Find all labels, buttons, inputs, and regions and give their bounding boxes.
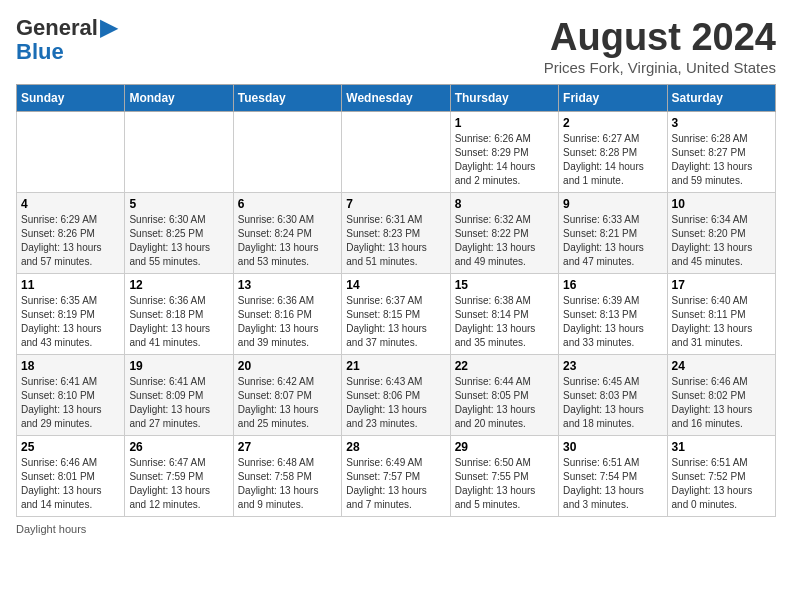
day-number: 23: [563, 359, 662, 373]
day-number: 31: [672, 440, 771, 454]
day-info: Sunrise: 6:49 AMSunset: 7:57 PMDaylight:…: [346, 456, 445, 512]
day-info: Sunrise: 6:43 AMSunset: 8:06 PMDaylight:…: [346, 375, 445, 431]
calendar-cell: 1Sunrise: 6:26 AMSunset: 8:29 PMDaylight…: [450, 112, 558, 193]
day-number: 25: [21, 440, 120, 454]
day-info: Sunrise: 6:51 AMSunset: 7:54 PMDaylight:…: [563, 456, 662, 512]
day-number: 1: [455, 116, 554, 130]
day-number: 4: [21, 197, 120, 211]
day-number: 21: [346, 359, 445, 373]
day-number: 15: [455, 278, 554, 292]
day-info: Sunrise: 6:46 AMSunset: 8:01 PMDaylight:…: [21, 456, 120, 512]
day-number: 19: [129, 359, 228, 373]
day-info: Sunrise: 6:40 AMSunset: 8:11 PMDaylight:…: [672, 294, 771, 350]
day-number: 26: [129, 440, 228, 454]
day-info: Sunrise: 6:36 AMSunset: 8:16 PMDaylight:…: [238, 294, 337, 350]
day-header-monday: Monday: [125, 85, 233, 112]
day-number: 5: [129, 197, 228, 211]
day-header-thursday: Thursday: [450, 85, 558, 112]
calendar-cell: 29Sunrise: 6:50 AMSunset: 7:55 PMDayligh…: [450, 436, 558, 517]
calendar-cell: 16Sunrise: 6:39 AMSunset: 8:13 PMDayligh…: [559, 274, 667, 355]
day-info: Sunrise: 6:35 AMSunset: 8:19 PMDaylight:…: [21, 294, 120, 350]
day-info: Sunrise: 6:33 AMSunset: 8:21 PMDaylight:…: [563, 213, 662, 269]
calendar-cell: 9Sunrise: 6:33 AMSunset: 8:21 PMDaylight…: [559, 193, 667, 274]
day-number: 16: [563, 278, 662, 292]
day-info: Sunrise: 6:41 AMSunset: 8:09 PMDaylight:…: [129, 375, 228, 431]
day-number: 6: [238, 197, 337, 211]
footer-note: Daylight hours: [16, 523, 776, 535]
day-info: Sunrise: 6:47 AMSunset: 7:59 PMDaylight:…: [129, 456, 228, 512]
calendar-cell: [125, 112, 233, 193]
day-number: 20: [238, 359, 337, 373]
day-info: Sunrise: 6:41 AMSunset: 8:10 PMDaylight:…: [21, 375, 120, 431]
calendar-cell: 21Sunrise: 6:43 AMSunset: 8:06 PMDayligh…: [342, 355, 450, 436]
calendar-cell: 25Sunrise: 6:46 AMSunset: 8:01 PMDayligh…: [17, 436, 125, 517]
calendar-cell: 19Sunrise: 6:41 AMSunset: 8:09 PMDayligh…: [125, 355, 233, 436]
day-number: 10: [672, 197, 771, 211]
calendar-cell: 31Sunrise: 6:51 AMSunset: 7:52 PMDayligh…: [667, 436, 775, 517]
day-info: Sunrise: 6:45 AMSunset: 8:03 PMDaylight:…: [563, 375, 662, 431]
calendar-cell: 27Sunrise: 6:48 AMSunset: 7:58 PMDayligh…: [233, 436, 341, 517]
day-info: Sunrise: 6:31 AMSunset: 8:23 PMDaylight:…: [346, 213, 445, 269]
day-info: Sunrise: 6:36 AMSunset: 8:18 PMDaylight:…: [129, 294, 228, 350]
calendar-cell: 22Sunrise: 6:44 AMSunset: 8:05 PMDayligh…: [450, 355, 558, 436]
day-number: 8: [455, 197, 554, 211]
calendar-cell: 5Sunrise: 6:30 AMSunset: 8:25 PMDaylight…: [125, 193, 233, 274]
day-info: Sunrise: 6:32 AMSunset: 8:22 PMDaylight:…: [455, 213, 554, 269]
calendar-cell: 17Sunrise: 6:40 AMSunset: 8:11 PMDayligh…: [667, 274, 775, 355]
day-number: 2: [563, 116, 662, 130]
calendar-cell: 15Sunrise: 6:38 AMSunset: 8:14 PMDayligh…: [450, 274, 558, 355]
calendar-cell: [233, 112, 341, 193]
calendar-cell: 30Sunrise: 6:51 AMSunset: 7:54 PMDayligh…: [559, 436, 667, 517]
header: General▶ Blue August 2024 Prices Fork, V…: [16, 16, 776, 76]
logo-blue: Blue: [16, 39, 64, 64]
title-section: August 2024 Prices Fork, Virginia, Unite…: [544, 16, 776, 76]
day-number: 30: [563, 440, 662, 454]
day-number: 22: [455, 359, 554, 373]
day-info: Sunrise: 6:34 AMSunset: 8:20 PMDaylight:…: [672, 213, 771, 269]
calendar-cell: 7Sunrise: 6:31 AMSunset: 8:23 PMDaylight…: [342, 193, 450, 274]
day-number: 9: [563, 197, 662, 211]
day-header-wednesday: Wednesday: [342, 85, 450, 112]
day-number: 28: [346, 440, 445, 454]
calendar-cell: 14Sunrise: 6:37 AMSunset: 8:15 PMDayligh…: [342, 274, 450, 355]
day-number: 29: [455, 440, 554, 454]
calendar: SundayMondayTuesdayWednesdayThursdayFrid…: [16, 84, 776, 517]
calendar-cell: 28Sunrise: 6:49 AMSunset: 7:57 PMDayligh…: [342, 436, 450, 517]
day-number: 3: [672, 116, 771, 130]
calendar-cell: 23Sunrise: 6:45 AMSunset: 8:03 PMDayligh…: [559, 355, 667, 436]
day-info: Sunrise: 6:51 AMSunset: 7:52 PMDaylight:…: [672, 456, 771, 512]
calendar-cell: 24Sunrise: 6:46 AMSunset: 8:02 PMDayligh…: [667, 355, 775, 436]
calendar-cell: 6Sunrise: 6:30 AMSunset: 8:24 PMDaylight…: [233, 193, 341, 274]
day-header-friday: Friday: [559, 85, 667, 112]
calendar-cell: 10Sunrise: 6:34 AMSunset: 8:20 PMDayligh…: [667, 193, 775, 274]
day-number: 14: [346, 278, 445, 292]
day-info: Sunrise: 6:30 AMSunset: 8:24 PMDaylight:…: [238, 213, 337, 269]
day-info: Sunrise: 6:29 AMSunset: 8:26 PMDaylight:…: [21, 213, 120, 269]
calendar-cell: 12Sunrise: 6:36 AMSunset: 8:18 PMDayligh…: [125, 274, 233, 355]
day-info: Sunrise: 6:42 AMSunset: 8:07 PMDaylight:…: [238, 375, 337, 431]
day-info: Sunrise: 6:30 AMSunset: 8:25 PMDaylight:…: [129, 213, 228, 269]
location-title: Prices Fork, Virginia, United States: [544, 59, 776, 76]
calendar-cell: 3Sunrise: 6:28 AMSunset: 8:27 PMDaylight…: [667, 112, 775, 193]
calendar-cell: 20Sunrise: 6:42 AMSunset: 8:07 PMDayligh…: [233, 355, 341, 436]
day-info: Sunrise: 6:38 AMSunset: 8:14 PMDaylight:…: [455, 294, 554, 350]
day-number: 17: [672, 278, 771, 292]
day-number: 11: [21, 278, 120, 292]
day-number: 27: [238, 440, 337, 454]
logo-text: General▶: [16, 16, 117, 40]
calendar-cell: 13Sunrise: 6:36 AMSunset: 8:16 PMDayligh…: [233, 274, 341, 355]
day-info: Sunrise: 6:46 AMSunset: 8:02 PMDaylight:…: [672, 375, 771, 431]
calendar-cell: 11Sunrise: 6:35 AMSunset: 8:19 PMDayligh…: [17, 274, 125, 355]
day-info: Sunrise: 6:50 AMSunset: 7:55 PMDaylight:…: [455, 456, 554, 512]
day-number: 18: [21, 359, 120, 373]
calendar-cell: 8Sunrise: 6:32 AMSunset: 8:22 PMDaylight…: [450, 193, 558, 274]
day-info: Sunrise: 6:37 AMSunset: 8:15 PMDaylight:…: [346, 294, 445, 350]
day-number: 13: [238, 278, 337, 292]
calendar-cell: [17, 112, 125, 193]
day-number: 12: [129, 278, 228, 292]
day-info: Sunrise: 6:44 AMSunset: 8:05 PMDaylight:…: [455, 375, 554, 431]
day-header-sunday: Sunday: [17, 85, 125, 112]
day-header-tuesday: Tuesday: [233, 85, 341, 112]
day-header-saturday: Saturday: [667, 85, 775, 112]
calendar-cell: 26Sunrise: 6:47 AMSunset: 7:59 PMDayligh…: [125, 436, 233, 517]
